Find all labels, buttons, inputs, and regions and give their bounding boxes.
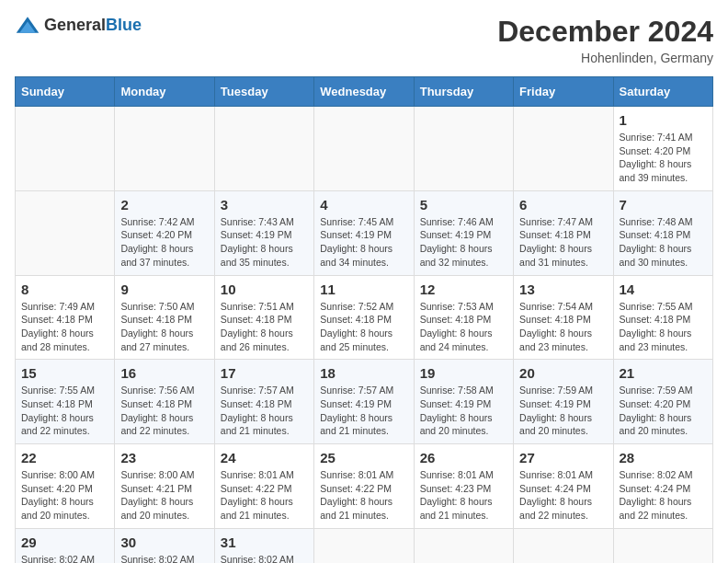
- title-area: December 2024 Hohenlinden, Germany: [497, 15, 713, 65]
- calendar-week-row: 1Sunrise: 7:41 AMSunset: 4:20 PMDaylight…: [16, 107, 713, 191]
- day-info: Sunrise: 7:47 AMSunset: 4:18 PMDaylight:…: [519, 215, 607, 270]
- day-number: 3: [221, 197, 308, 213]
- day-info: Sunrise: 7:41 AMSunset: 4:20 PMDaylight:…: [620, 131, 707, 185]
- calendar-day-cell: 20Sunrise: 7:59 AMSunset: 4:19 PMDayligh…: [514, 360, 613, 444]
- day-number: 18: [320, 365, 407, 381]
- calendar-day-cell: 8Sunrise: 7:49 AMSunset: 4:18 PMDaylight…: [16, 275, 115, 360]
- day-info: Sunrise: 7:57 AMSunset: 4:18 PMDaylight:…: [221, 384, 308, 438]
- day-number: 24: [221, 450, 308, 465]
- calendar-day-cell: 9Sunrise: 7:50 AMSunset: 4:18 PMDaylight…: [115, 275, 214, 360]
- calendar-day-cell: 19Sunrise: 7:58 AMSunset: 4:19 PMDayligh…: [414, 360, 513, 444]
- calendar-day-cell: 21Sunrise: 7:59 AMSunset: 4:20 PMDayligh…: [613, 360, 712, 444]
- day-info: Sunrise: 7:58 AMSunset: 4:19 PMDaylight:…: [420, 384, 507, 438]
- calendar-day-cell: 18Sunrise: 7:57 AMSunset: 4:19 PMDayligh…: [314, 360, 414, 444]
- day-number: 14: [620, 282, 707, 297]
- day-number: 13: [519, 282, 607, 297]
- weekday-header-friday: Friday: [514, 77, 613, 107]
- day-info: Sunrise: 7:57 AMSunset: 4:19 PMDaylight:…: [320, 384, 407, 438]
- day-info: Sunrise: 8:01 AMSunset: 4:22 PMDaylight:…: [221, 468, 308, 523]
- calendar-day-cell: 24Sunrise: 8:01 AMSunset: 4:22 PMDayligh…: [214, 444, 313, 529]
- calendar-day-cell: 27Sunrise: 8:01 AMSunset: 4:24 PMDayligh…: [514, 444, 613, 529]
- day-number: 7: [620, 197, 707, 213]
- calendar-day-cell: [613, 528, 712, 563]
- calendar-week-row: 22Sunrise: 8:00 AMSunset: 4:20 PMDayligh…: [16, 444, 713, 529]
- day-info: Sunrise: 7:43 AMSunset: 4:19 PMDaylight:…: [221, 215, 308, 270]
- calendar-day-cell: 3Sunrise: 7:43 AMSunset: 4:19 PMDaylight…: [214, 190, 313, 275]
- calendar-day-cell: 16Sunrise: 7:56 AMSunset: 4:18 PMDayligh…: [115, 360, 214, 444]
- weekday-header-monday: Monday: [115, 77, 214, 107]
- logo: GeneralBlue: [15, 15, 142, 35]
- day-info: Sunrise: 7:55 AMSunset: 4:18 PMDaylight:…: [620, 300, 707, 354]
- day-number: 5: [420, 197, 507, 213]
- day-info: Sunrise: 8:01 AMSunset: 4:23 PMDaylight:…: [420, 468, 507, 523]
- day-number: 12: [420, 282, 507, 297]
- day-number: 11: [320, 282, 407, 297]
- header: GeneralBlue December 2024 Hohenlinden, G…: [15, 15, 713, 65]
- calendar-week-row: 8Sunrise: 7:49 AMSunset: 4:18 PMDaylight…: [16, 275, 713, 360]
- day-info: Sunrise: 7:55 AMSunset: 4:18 PMDaylight:…: [21, 384, 108, 438]
- day-info: Sunrise: 7:59 AMSunset: 4:19 PMDaylight:…: [519, 384, 607, 438]
- calendar-day-cell: 4Sunrise: 7:45 AMSunset: 4:19 PMDaylight…: [314, 190, 414, 275]
- location-subtitle: Hohenlinden, Germany: [497, 51, 713, 65]
- day-number: 28: [620, 450, 707, 465]
- day-number: 1: [620, 112, 707, 128]
- calendar-day-cell: 28Sunrise: 8:02 AMSunset: 4:24 PMDayligh…: [613, 444, 712, 529]
- calendar-day-cell: [314, 107, 414, 191]
- weekday-header-row: SundayMondayTuesdayWednesdayThursdayFrid…: [16, 77, 713, 107]
- day-info: Sunrise: 7:50 AMSunset: 4:18 PMDaylight:…: [120, 300, 208, 354]
- calendar-day-cell: 12Sunrise: 7:53 AMSunset: 4:18 PMDayligh…: [414, 275, 513, 360]
- calendar-day-cell: [514, 107, 613, 191]
- day-number: 21: [620, 365, 707, 381]
- calendar-day-cell: [314, 528, 414, 563]
- day-number: 25: [320, 450, 407, 465]
- calendar-table: SundayMondayTuesdayWednesdayThursdayFrid…: [15, 76, 713, 563]
- calendar-week-row: 2Sunrise: 7:42 AMSunset: 4:20 PMDaylight…: [16, 190, 713, 275]
- day-info: Sunrise: 7:56 AMSunset: 4:18 PMDaylight:…: [120, 384, 208, 438]
- calendar-day-cell: 7Sunrise: 7:48 AMSunset: 4:18 PMDaylight…: [613, 190, 712, 275]
- logo-icon: [15, 15, 40, 35]
- day-info: Sunrise: 7:46 AMSunset: 4:19 PMDaylight:…: [420, 215, 507, 270]
- day-number: 19: [420, 365, 507, 381]
- weekday-header-thursday: Thursday: [414, 77, 513, 107]
- day-number: 26: [420, 450, 507, 465]
- day-info: Sunrise: 7:45 AMSunset: 4:19 PMDaylight:…: [320, 215, 407, 270]
- calendar-day-cell: 15Sunrise: 7:55 AMSunset: 4:18 PMDayligh…: [16, 360, 115, 444]
- calendar-day-cell: 31Sunrise: 8:02 AMSunset: 4:27 PMDayligh…: [214, 528, 313, 563]
- calendar-day-cell: 29Sunrise: 8:02 AMSunset: 4:25 PMDayligh…: [16, 528, 115, 563]
- calendar-day-cell: [115, 107, 214, 191]
- calendar-day-cell: [414, 528, 513, 563]
- day-info: Sunrise: 7:51 AMSunset: 4:18 PMDaylight:…: [221, 300, 308, 354]
- day-info: Sunrise: 8:02 AMSunset: 4:27 PMDaylight:…: [221, 553, 308, 563]
- logo-text: GeneralBlue: [44, 16, 142, 35]
- day-number: 20: [519, 365, 607, 381]
- day-number: 16: [120, 365, 208, 381]
- day-info: Sunrise: 7:48 AMSunset: 4:18 PMDaylight:…: [620, 215, 707, 270]
- weekday-header-wednesday: Wednesday: [314, 77, 414, 107]
- day-number: 4: [320, 197, 407, 213]
- calendar-day-cell: 17Sunrise: 7:57 AMSunset: 4:18 PMDayligh…: [214, 360, 313, 444]
- calendar-day-cell: 26Sunrise: 8:01 AMSunset: 4:23 PMDayligh…: [414, 444, 513, 529]
- day-number: 29: [21, 534, 108, 550]
- day-info: Sunrise: 7:54 AMSunset: 4:18 PMDaylight:…: [519, 300, 607, 354]
- calendar-day-cell: 13Sunrise: 7:54 AMSunset: 4:18 PMDayligh…: [514, 275, 613, 360]
- day-info: Sunrise: 7:52 AMSunset: 4:18 PMDaylight:…: [320, 300, 407, 354]
- month-year-title: December 2024: [497, 15, 713, 49]
- day-info: Sunrise: 8:00 AMSunset: 4:20 PMDaylight:…: [21, 468, 108, 523]
- day-info: Sunrise: 8:02 AMSunset: 4:25 PMDaylight:…: [21, 553, 108, 563]
- day-number: 30: [120, 534, 208, 550]
- day-info: Sunrise: 8:02 AMSunset: 4:26 PMDaylight:…: [120, 553, 208, 563]
- calendar-day-cell: 1Sunrise: 7:41 AMSunset: 4:20 PMDaylight…: [613, 107, 712, 191]
- day-info: Sunrise: 7:49 AMSunset: 4:18 PMDaylight:…: [21, 300, 108, 354]
- day-number: 6: [519, 197, 607, 213]
- calendar-day-cell: [16, 190, 115, 275]
- calendar-week-row: 15Sunrise: 7:55 AMSunset: 4:18 PMDayligh…: [16, 360, 713, 444]
- day-number: 17: [221, 365, 308, 381]
- day-number: 31: [221, 534, 308, 550]
- day-info: Sunrise: 8:02 AMSunset: 4:24 PMDaylight:…: [620, 468, 707, 523]
- calendar-day-cell: 23Sunrise: 8:00 AMSunset: 4:21 PMDayligh…: [115, 444, 214, 529]
- day-info: Sunrise: 8:00 AMSunset: 4:21 PMDaylight:…: [120, 468, 208, 523]
- calendar-day-cell: 14Sunrise: 7:55 AMSunset: 4:18 PMDayligh…: [613, 275, 712, 360]
- calendar-day-cell: [414, 107, 513, 191]
- calendar-day-cell: [16, 107, 115, 191]
- calendar-day-cell: 30Sunrise: 8:02 AMSunset: 4:26 PMDayligh…: [115, 528, 214, 563]
